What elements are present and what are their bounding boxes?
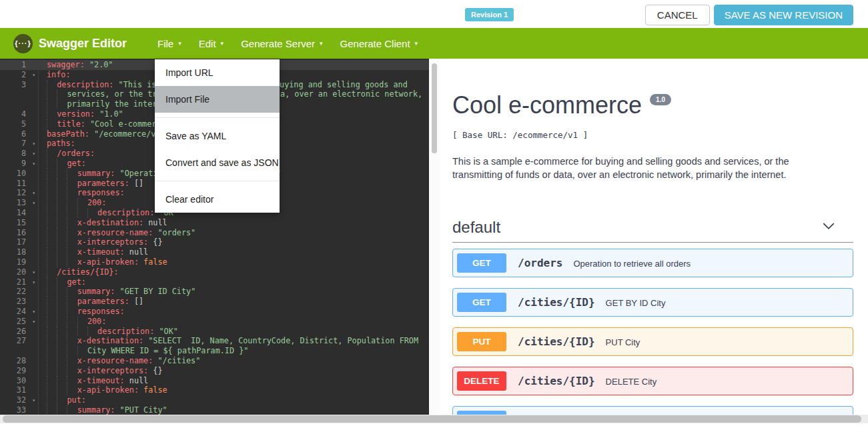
indent-guide bbox=[77, 346, 87, 356]
editor-code-text[interactable]: /cities/{ID}: bbox=[39, 267, 119, 277]
editor-code-text[interactable]: x-timeout: null bbox=[39, 247, 148, 257]
editor-gutter: 3 bbox=[0, 80, 39, 90]
editor-line[interactable]: 29 x-interceptors: {} bbox=[0, 366, 429, 376]
editor-line[interactable]: 22 summary: "GET BY ID City" bbox=[0, 287, 429, 297]
menu-file[interactable]: File ▾ bbox=[149, 28, 190, 59]
indent-guide bbox=[47, 89, 57, 99]
code-token: 200: bbox=[87, 317, 106, 326]
editor-code-text[interactable]: get: bbox=[39, 277, 86, 287]
editor-code-text[interactable]: parameters: [] bbox=[39, 297, 143, 307]
code-token: [] bbox=[129, 297, 143, 306]
editor-line[interactable]: 33 summary: "PUT City" bbox=[0, 405, 429, 415]
editor-line[interactable]: 23 parameters: [] bbox=[0, 297, 429, 307]
editor-line[interactable]: 15 x-destination: null bbox=[0, 218, 429, 228]
editor-vertical-scrollbar[interactable] bbox=[429, 59, 440, 426]
editor-line[interactable]: 20▾ /cities/{ID}: bbox=[0, 267, 429, 277]
code-token bbox=[89, 129, 94, 139]
editor-code-text[interactable]: x-destination: null bbox=[39, 218, 167, 228]
indent-guide bbox=[57, 218, 67, 228]
editor-code-text[interactable]: version: "1.0" bbox=[39, 109, 123, 119]
editor-line[interactable]: 32▾ put: bbox=[0, 395, 429, 405]
fold-caret-icon[interactable]: ▾ bbox=[32, 268, 35, 278]
fold-caret-icon[interactable]: ▾ bbox=[32, 199, 35, 209]
editor-gutter: 14 bbox=[0, 208, 39, 218]
fold-caret-icon[interactable]: ▾ bbox=[32, 139, 35, 149]
editor-code-text[interactable]: swagger: "2.0" bbox=[39, 60, 113, 70]
cancel-button[interactable]: CANCEL bbox=[645, 5, 710, 25]
scrollbar-track[interactable] bbox=[0, 415, 868, 423]
menu-edit[interactable]: Edit ▾ bbox=[190, 28, 232, 59]
menu-generate-server[interactable]: Generate Server ▾ bbox=[232, 28, 331, 59]
fold-caret-icon[interactable]: ▾ bbox=[32, 396, 35, 406]
editor-line[interactable]: 19 x-api-broken: false bbox=[0, 257, 429, 267]
editor-code-text[interactable]: description: "OK" bbox=[39, 327, 178, 337]
api-description: This is a sample e-commerce for buying a… bbox=[452, 155, 838, 181]
editor-line[interactable]: 31 x-api-broken: false bbox=[0, 385, 429, 395]
editor-code-text[interactable]: /orders: bbox=[39, 149, 95, 159]
editor-code-text[interactable]: basePath: "/ecommerce/v1" bbox=[39, 129, 165, 139]
fold-caret-icon[interactable]: ▾ bbox=[32, 307, 35, 317]
editor-line[interactable]: 30 x-timeout: null bbox=[0, 376, 429, 386]
editor-line[interactable]: 26 description: "OK" bbox=[0, 327, 429, 337]
editor-code-text[interactable]: x-api-broken: false bbox=[39, 257, 167, 267]
editor-code-text[interactable]: responses: bbox=[39, 188, 125, 198]
editor-code-text[interactable]: paths: bbox=[39, 139, 75, 149]
editor-code-text[interactable]: info: bbox=[39, 70, 71, 80]
menu-item-import-file[interactable]: Import File bbox=[155, 86, 280, 113]
editor-code-text[interactable]: title: "Cool e-commerce" bbox=[39, 119, 171, 129]
indent-guide bbox=[47, 385, 57, 395]
editor-code-text[interactable]: summary: "GET BY ID City" bbox=[39, 287, 195, 297]
menu-generate-client[interactable]: Generate Client ▾ bbox=[332, 28, 427, 59]
editor-code-text[interactable]: put: bbox=[39, 395, 86, 405]
indent-guide bbox=[57, 395, 67, 405]
chevron-down-icon[interactable] bbox=[821, 219, 836, 236]
fold-caret-icon[interactable]: ▾ bbox=[32, 189, 35, 199]
fold-caret-icon[interactable]: ▾ bbox=[32, 278, 35, 288]
editor-code-text[interactable]: responses: bbox=[39, 307, 125, 317]
fold-caret-icon[interactable]: ▾ bbox=[32, 317, 35, 327]
editor-code-text[interactable]: x-api-broken: false bbox=[39, 385, 167, 395]
menu-item-convert-and-save-as-json[interactable]: Convert and save as JSON bbox=[155, 149, 280, 176]
tag-section-header[interactable]: default bbox=[452, 218, 853, 237]
editor-code-text[interactable]: x-timeout: null bbox=[39, 376, 148, 386]
editor-code-text[interactable]: x-resource-name: "/cities" bbox=[39, 356, 200, 366]
editor-line[interactable]: 27 x-destination: "SELECT ID, Name, Coun… bbox=[0, 336, 429, 346]
editor-line[interactable]: City WHERE ID = ${ pathParam.ID }" bbox=[0, 346, 429, 356]
scrollbar-thumb[interactable] bbox=[3, 415, 861, 423]
editor-line[interactable]: 16 x-resource-name: "orders" bbox=[0, 228, 429, 238]
editor-code-text[interactable]: x-interceptors: {} bbox=[39, 366, 163, 376]
operation-row[interactable]: DELETE/cities/{ID}DELETE City bbox=[452, 367, 853, 395]
editor-line[interactable]: 17 x-interceptors: {} bbox=[0, 237, 429, 247]
save-as-new-revision-button[interactable]: SAVE AS NEW REVISION bbox=[714, 5, 853, 25]
fold-caret-icon[interactable]: ▾ bbox=[32, 149, 35, 159]
page-horizontal-scrollbar[interactable] bbox=[0, 415, 868, 426]
editor-line[interactable]: 28 x-resource-name: "/cities" bbox=[0, 356, 429, 366]
editor-code-text[interactable]: x-destination: "SELECT ID, Name, Country… bbox=[39, 336, 418, 346]
editor-code-text[interactable]: 200: bbox=[39, 317, 106, 327]
editor-code-text[interactable]: get: bbox=[39, 159, 86, 169]
indent-guide bbox=[47, 119, 57, 129]
menu-item-clear-editor[interactable]: Clear editor bbox=[155, 186, 280, 213]
editor-code-text[interactable]: x-interceptors: {} bbox=[39, 237, 163, 247]
editor-line[interactable]: 24▾ responses: bbox=[0, 307, 429, 317]
menu-item-save-as-yaml[interactable]: Save as YAML bbox=[155, 123, 280, 149]
code-token bbox=[115, 405, 119, 415]
operation-row[interactable]: PUT/cities/{ID}PUT City bbox=[452, 327, 853, 356]
editor-line[interactable]: 21▾ get: bbox=[0, 277, 429, 287]
editor-line[interactable]: 18 x-timeout: null bbox=[0, 247, 429, 257]
fold-caret-icon[interactable]: ▾ bbox=[32, 71, 35, 81]
editor-code-text[interactable]: summary: "PUT City" bbox=[39, 405, 167, 415]
fold-caret-icon[interactable]: ▾ bbox=[32, 159, 35, 169]
menu-item-import-url[interactable]: Import URL bbox=[155, 59, 280, 86]
operation-row[interactable]: GET/cities/{ID}GET BY ID City bbox=[452, 288, 853, 317]
editor-code-text[interactable]: x-resource-name: "orders" bbox=[39, 228, 195, 238]
operation-summary: DELETE City bbox=[606, 375, 657, 387]
editor-gutter: 6 bbox=[0, 129, 39, 139]
editor-line[interactable]: 25▾ 200: bbox=[0, 317, 429, 327]
indent-guide bbox=[47, 297, 57, 307]
editor-code-text[interactable]: 200: bbox=[39, 198, 106, 208]
editor-scrollbar-thumb[interactable] bbox=[432, 63, 437, 153]
editor-code-text[interactable]: City WHERE ID = ${ pathParam.ID }" bbox=[39, 346, 248, 356]
operation-row[interactable]: GET/ordersOperation to retrieve all orde… bbox=[452, 249, 853, 277]
editor-code-text[interactable]: parameters: [] bbox=[39, 179, 143, 189]
